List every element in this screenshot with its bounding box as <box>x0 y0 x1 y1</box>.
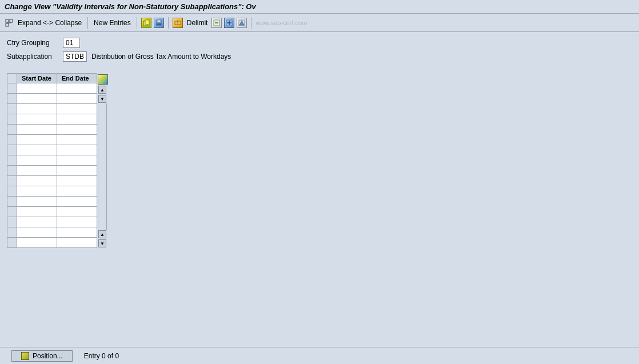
start-date-cell[interactable] <box>17 176 57 186</box>
row-selector-cell[interactable] <box>7 94 17 104</box>
end-date-cell[interactable] <box>57 114 97 125</box>
ctry-grouping-label: Ctry Grouping <box>7 39 58 47</box>
table-wrapper: Start Date End Date ▲ ▼ <box>7 73 632 248</box>
end-date-cell[interactable] <box>57 186 97 197</box>
row-selector-cell[interactable] <box>7 155 17 166</box>
table-row[interactable] <box>7 94 97 104</box>
end-date-cell[interactable] <box>57 94 97 104</box>
scroll-down-button[interactable]: ▼ <box>98 95 106 103</box>
table-row[interactable] <box>7 176 97 186</box>
ctry-grouping-row: Ctry Grouping 01 <box>7 38 632 48</box>
start-date-cell[interactable] <box>17 104 57 114</box>
row-selector-cell[interactable] <box>7 176 17 186</box>
start-date-cell[interactable] <box>17 186 57 197</box>
table-row[interactable] <box>7 83 97 94</box>
start-date-cell[interactable] <box>17 155 57 166</box>
subapplication-row: Subapplication STDB Distribution of Gros… <box>7 51 632 62</box>
start-date-header: Start Date <box>17 74 57 83</box>
table-row[interactable] <box>7 145 97 155</box>
row-selector-cell[interactable] <box>7 197 17 207</box>
separator-2 <box>137 17 137 29</box>
delimit-button[interactable]: Delimit <box>185 18 210 27</box>
status-bar: Position... Entry 0 of 0 <box>0 347 639 364</box>
start-date-cell[interactable] <box>17 145 57 155</box>
start-date-cell[interactable] <box>17 197 57 207</box>
table-row[interactable] <box>7 186 97 197</box>
end-date-cell[interactable] <box>57 83 97 94</box>
row-selector-cell[interactable] <box>7 166 17 176</box>
table-row[interactable] <box>7 238 97 248</box>
separator-1 <box>87 17 88 29</box>
end-date-cell[interactable] <box>57 197 97 207</box>
row-selector-cell[interactable] <box>7 217 17 227</box>
table-row[interactable] <box>7 155 97 166</box>
end-date-cell[interactable] <box>57 135 97 145</box>
start-date-cell[interactable] <box>17 217 57 227</box>
toolbar: Expand <-> Collapse New Entries Delimit <box>0 14 639 32</box>
end-date-cell[interactable] <box>57 166 97 176</box>
table-row[interactable] <box>7 197 97 207</box>
end-date-cell[interactable] <box>57 155 97 166</box>
ctry-grouping-value: 01 <box>63 38 80 48</box>
row-selector-cell[interactable] <box>7 238 17 248</box>
position-button[interactable]: Position... <box>11 350 73 362</box>
start-date-cell[interactable] <box>17 135 57 145</box>
table-row[interactable] <box>7 135 97 145</box>
end-date-cell[interactable] <box>57 217 97 227</box>
icon-tool-1[interactable] <box>211 18 222 28</box>
start-date-cell[interactable] <box>17 125 57 135</box>
end-date-cell[interactable] <box>57 238 97 248</box>
table-row[interactable] <box>7 227 97 238</box>
row-selector-cell[interactable] <box>7 145 17 155</box>
content-area: Ctry Grouping 01 Subapplication STDB Dis… <box>0 32 639 254</box>
start-date-cell[interactable] <box>17 166 57 176</box>
table-row[interactable] <box>7 125 97 135</box>
row-selector-cell[interactable] <box>7 83 17 94</box>
table-row[interactable] <box>7 207 97 217</box>
table-row[interactable] <box>7 217 97 227</box>
position-label: Position... <box>33 352 63 360</box>
row-selector-cell[interactable] <box>7 104 17 114</box>
icon-tool-3[interactable] <box>237 18 247 28</box>
table-row[interactable] <box>7 114 97 125</box>
row-selector-cell[interactable] <box>7 114 17 125</box>
icon-tool-2[interactable] <box>224 18 234 28</box>
table-container: Start Date End Date ▲ ▼ <box>7 73 632 248</box>
subapplication-code: STDB <box>63 51 87 62</box>
copy-icon[interactable] <box>141 18 151 28</box>
start-date-cell[interactable] <box>17 114 57 125</box>
end-date-cell[interactable] <box>57 207 97 217</box>
end-date-cell[interactable] <box>57 145 97 155</box>
svg-rect-7 <box>157 20 161 22</box>
start-date-cell[interactable] <box>17 207 57 217</box>
start-date-cell[interactable] <box>17 227 57 238</box>
scroll-up-button[interactable]: ▲ <box>98 86 106 94</box>
end-date-cell[interactable] <box>57 227 97 238</box>
row-selector-cell[interactable] <box>7 125 17 135</box>
subapplication-label: Subapplication <box>7 53 58 61</box>
row-selector-cell[interactable] <box>7 207 17 217</box>
start-date-cell[interactable] <box>17 94 57 104</box>
table-row[interactable] <box>7 166 97 176</box>
new-entries-button[interactable]: New Entries <box>92 18 133 27</box>
end-date-cell[interactable] <box>57 125 97 135</box>
start-date-cell[interactable] <box>17 238 57 248</box>
start-date-cell[interactable] <box>17 83 57 94</box>
expand-collapse-icon <box>5 18 14 27</box>
column-settings-button[interactable] <box>98 74 108 85</box>
end-date-cell[interactable] <box>57 104 97 114</box>
row-selector-cell[interactable] <box>7 186 17 197</box>
end-date-cell[interactable] <box>57 176 97 186</box>
scroll-bottom-down-button[interactable]: ▼ <box>98 239 106 247</box>
delimit-label: Delimit <box>187 19 208 27</box>
save-icon[interactable] <box>154 18 164 28</box>
row-selector-cell[interactable] <box>7 227 17 238</box>
scroll-bottom-up-button[interactable]: ▲ <box>98 230 106 238</box>
scroll-track <box>98 103 107 230</box>
table-row[interactable] <box>7 104 97 114</box>
svg-rect-5 <box>145 20 149 25</box>
row-selector-cell[interactable] <box>7 135 17 145</box>
svg-rect-0 <box>6 19 9 22</box>
delimit-icon[interactable] <box>173 18 183 28</box>
expand-collapse-button[interactable]: Expand <-> Collapse <box>16 18 83 27</box>
